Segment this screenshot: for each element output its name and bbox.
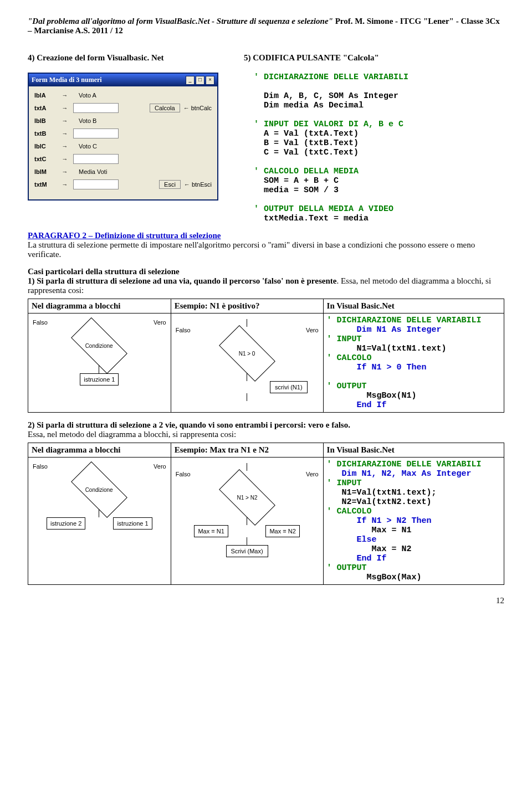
p2-bold: 2) Si parla di struttura di selezione a … [28,420,350,429]
arrow-icon: → [57,143,73,150]
paragraph-2: PARAGRAFO 2 – Definizione di struttura d… [28,231,504,259]
lbl-a: lblA [34,92,57,99]
code-block-1: ' DICHIARAZIONE DELLE VARIABILI Dim A, B… [244,73,504,223]
txt-m-field[interactable] [73,179,119,189]
casi-title: Casi particolari della struttura di sele… [28,267,180,276]
diagram-1b: FalsoVero N1 > 0 scrivi (N1) [175,316,320,404]
esci-button[interactable]: Esci [159,180,181,189]
casi-particolari: Casi particolari della struttura di sele… [28,267,504,295]
lbl-txtb: txtB [34,130,57,137]
txt-c-field[interactable] [73,154,119,164]
page-header: "Dal problema all'algoritmo al form Visu… [28,17,504,35]
desc-m: Media Voti [79,168,107,175]
lbl-txtm: txtM [34,181,57,188]
arrow-icon: → [57,117,73,124]
para2-body: La struttura di selezione permette di im… [28,240,475,259]
t1-h1: Nel diagramma a blocchi [28,299,171,314]
t1-h3: In Visual Basic.Net [323,299,504,314]
diagram-2b: FalsoVero N1 > N2 Max = N1Max = N2 Scriv… [175,460,320,561]
minimize-icon[interactable]: _ [186,76,195,85]
t2-h1: Nel diagramma a blocchi [28,443,171,458]
lbl-m: lblM [34,168,57,175]
arrow-icon: → [57,130,73,137]
form-title: Form Media di 3 numeri [32,76,102,84]
table-1: Nel diagramma a blocchiEsempio: N1 è pos… [28,299,504,413]
doc-title: "Dal problema all'algoritmo al form Visu… [28,17,333,25]
calc-button[interactable]: Calcola [150,104,180,112]
arrow-icon: → [57,181,73,188]
t1-h2: Esempio: N1 è positivo? [171,299,323,314]
diagram-2a: FalsoVero Condizione istruzione 2istruzi… [32,460,167,533]
lbl-txtc: txtC [34,156,57,162]
t2-h2: Esempio: Max tra N1 e N2 [171,443,323,458]
page-number: 12 [28,596,504,605]
desc-c: Voto C [79,143,97,150]
table-2: Nel diagramma a blocchiEsempio: Max tra … [28,443,504,585]
para2-title: PARAGRAFO 2 – Definizione di struttura d… [28,231,221,240]
vb-form-window: Form Media di 3 numeri _□× lblA→Voto A t… [28,73,218,201]
diagram-1a: FalsoVero Condizione istruzione 1 [32,316,167,389]
section-5-title: 5) CODIFICA PULSANTE "Calcola" [244,53,504,63]
arrow-icon: → [57,168,73,175]
maximize-icon[interactable]: □ [196,76,204,85]
t2-h3: In Visual Basic.Net [323,443,504,458]
window-buttons: _□× [185,75,214,85]
desc-a: Voto A [79,92,96,99]
annot-btncalc: ← btnCalc [183,105,212,111]
annot-btnesci: ← btnEsci [184,181,212,188]
section-4-title: 4) Creazione del form Visualbasic. Net [28,53,233,63]
txt-b-field[interactable] [73,129,119,138]
txt-a-field[interactable] [73,103,119,113]
arrow-icon: → [57,105,73,111]
desc-b: Voto B [79,117,96,124]
lbl-b: lblB [34,117,57,124]
close-icon[interactable]: × [206,76,214,85]
code-block-3: ' DICHIARAZIONE DELLE VARIABILI Dim N1, … [327,460,500,582]
p2-rest: Essa, nel metodo del diagramma a blocchi… [28,430,236,439]
arrow-icon: → [57,92,73,99]
casi-p1a: 1) Si parla di struttura di selezione ad… [28,276,336,285]
form-titlebar: Form Media di 3 numeri _□× [29,74,217,86]
lbl-c: lblC [34,143,57,150]
code-block-2: ' DICHIARAZIONE DELLE VARIABILI Dim N1 A… [327,316,500,410]
lbl-txta: txtA [34,105,57,111]
p2: 2) Si parla di struttura di selezione a … [28,420,504,439]
arrow-icon: → [57,156,73,162]
